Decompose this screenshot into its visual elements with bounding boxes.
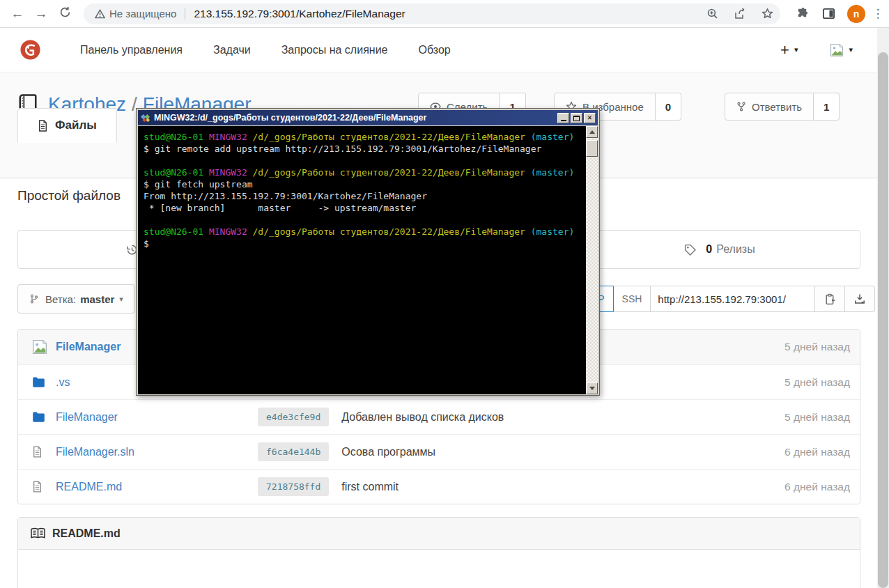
table-row: FileManager.sln f6ca4e144b Осова програм… [18, 434, 860, 469]
file-icon [32, 481, 42, 493]
branch-name: master [80, 293, 114, 305]
terminal-body: stud@N26-01 MINGW32 /d/_gogs/Работы студ… [138, 126, 598, 394]
minimize-button[interactable] [557, 113, 569, 123]
user-menu[interactable]: ▾ [830, 43, 853, 57]
sidebar-icon[interactable] [822, 7, 835, 20]
terminal-line: stud@N26-01 MINGW32 /d/_gogs/Работы студ… [144, 226, 586, 238]
terminal-line [144, 214, 586, 226]
fork-button[interactable]: Ответвить [725, 93, 814, 121]
chevron-down-icon: ▾ [119, 295, 123, 304]
nav-item-2[interactable]: Запросы на слияние [281, 44, 388, 56]
forward-icon[interactable]: → [29, 6, 53, 22]
not-secure-warning-icon [95, 9, 105, 19]
navbar-right: + ▾ ▾ [780, 41, 853, 59]
nav-item-0[interactable]: Панель управления [80, 44, 183, 56]
gogs-logo-icon[interactable] [20, 39, 41, 61]
commit-message: Добавлен вывод списка дисков [341, 411, 784, 424]
page-scrollbar[interactable] [877, 28, 889, 588]
share-icon[interactable] [734, 8, 746, 20]
file-name-link[interactable]: FileManager.sln [56, 446, 216, 458]
zoom-icon[interactable] [706, 8, 718, 20]
download-icon [854, 293, 865, 304]
reload-icon[interactable] [53, 6, 77, 22]
fork-group: Ответвить 1 [725, 93, 840, 121]
commit-message: first commit [341, 481, 784, 493]
gogs-navbar: Панель управленияЗадачиЗапросы на слияни… [0, 28, 889, 72]
terminal-line: stud@N26-01 MINGW32 /d/_gogs/Работы студ… [144, 167, 586, 178]
fork-icon [736, 101, 746, 112]
terminal-line: $ git fetch upstream [144, 178, 586, 190]
ssh-button[interactable]: SSH [614, 286, 651, 312]
repo-description: Простой файлов [17, 188, 121, 203]
terminal-line: From http://213.155.192.79:3001/Kartohez… [144, 190, 586, 202]
extensions-icon[interactable] [796, 7, 810, 20]
broken-avatar-icon [830, 43, 844, 57]
plus-icon: + [780, 41, 789, 59]
clone-url-input[interactable] [651, 286, 815, 312]
readme-title: README.md [52, 527, 121, 540]
terminal-line: $ [144, 238, 586, 249]
broken-avatar-icon [32, 339, 52, 355]
terminal-window[interactable]: MINGW32:/d/_gogs/Работы студентов/2021-2… [136, 108, 600, 396]
browser-toolbar: ← → Не защищено 213.155.192.79:3001/Kart… [0, 0, 889, 28]
file-date: 5 дней назад [784, 411, 850, 424]
terminal-line: stud@N26-01 MINGW32 /d/_gogs/Работы студ… [144, 131, 586, 143]
file-date: 6 дней назад [784, 446, 850, 458]
open-book-icon [31, 527, 45, 539]
terminal-title: MINGW32:/d/_gogs/Работы студентов/2021-2… [154, 113, 556, 123]
chevron-down-icon: ▾ [849, 45, 853, 54]
screen: ← → Не защищено 213.155.192.79:3001/Kart… [0, 0, 889, 588]
terminal-line: * [new branch] master -> upstream/master [144, 202, 586, 214]
folder-icon [32, 411, 45, 423]
close-button[interactable]: × [584, 113, 596, 123]
file-date: 6 дней назад [784, 481, 850, 493]
table-row: FileManager e4de3cfe9d Добавлен вывод сп… [18, 399, 860, 434]
tab-files-label: Файлы [55, 118, 97, 132]
scroll-up-icon[interactable] [586, 126, 598, 138]
copy-url-button[interactable] [815, 286, 845, 312]
document-icon [38, 120, 48, 132]
terminal-titlebar[interactable]: MINGW32:/d/_gogs/Работы студентов/2021-2… [138, 110, 598, 125]
folder-icon [32, 376, 45, 388]
page-scrollbar-thumb[interactable] [878, 52, 888, 588]
address-bar[interactable]: Не защищено 213.155.192.79:3001/Kartohez… [84, 3, 780, 24]
commit-hash-badge[interactable]: 7218758ffd [258, 477, 329, 496]
clipboard-copy-icon [824, 293, 836, 305]
fork-count[interactable]: 1 [814, 93, 840, 121]
terminal-scrollbar[interactable] [586, 126, 598, 394]
bookmark-star-icon[interactable] [762, 8, 773, 20]
branch-label: Ветка: [45, 293, 76, 305]
readme-panel: README.md [17, 517, 860, 588]
terminal-line [144, 155, 586, 167]
back-icon[interactable]: ← [6, 6, 29, 22]
file-name-link[interactable]: README.md [56, 481, 216, 493]
branch-selector[interactable]: Ветка: master ▾ [17, 284, 135, 314]
nav-items: Панель управленияЗадачиЗапросы на слияни… [65, 44, 466, 56]
nav-item-1[interactable]: Задачи [213, 44, 251, 56]
commit-hash-badge[interactable]: e4de3cfe9d [258, 408, 329, 426]
url-text[interactable]: 213.155.192.79:3001/Kartohez/FileManager [194, 8, 691, 20]
scrollbar-thumb[interactable] [586, 140, 598, 157]
terminal-screen[interactable]: stud@N26-01 MINGW32 /d/_gogs/Работы студ… [138, 126, 586, 394]
maximize-button[interactable] [571, 113, 582, 123]
security-label[interactable]: Не защищено [109, 8, 176, 20]
star-count[interactable]: 0 [656, 93, 681, 121]
scroll-down-icon[interactable] [586, 382, 598, 394]
git-bash-icon [140, 113, 150, 123]
file-icon [32, 446, 42, 458]
nav-item-3[interactable]: Обзор [418, 44, 450, 56]
profile-avatar[interactable]: n [847, 5, 865, 23]
omnibox-divider [185, 8, 185, 20]
file-name-link[interactable]: FileManager [56, 411, 216, 424]
download-button[interactable] [845, 286, 875, 312]
browser-menu-icon[interactable]: ⋮ [871, 6, 885, 21]
tab-files[interactable]: Файлы [17, 108, 117, 143]
branch-icon [29, 293, 39, 304]
browser-actions: n ⋮ [790, 5, 885, 23]
clone-bar: HTTP SSH [570, 286, 875, 312]
commit-date: 5 дней назад [784, 341, 850, 353]
releases-stat[interactable]: 0 Релизы [579, 231, 860, 268]
new-repo-button[interactable]: + ▾ [780, 41, 798, 59]
commit-hash-badge[interactable]: f6ca4e144b [258, 442, 329, 461]
commit-message: Осова программы [341, 446, 784, 458]
